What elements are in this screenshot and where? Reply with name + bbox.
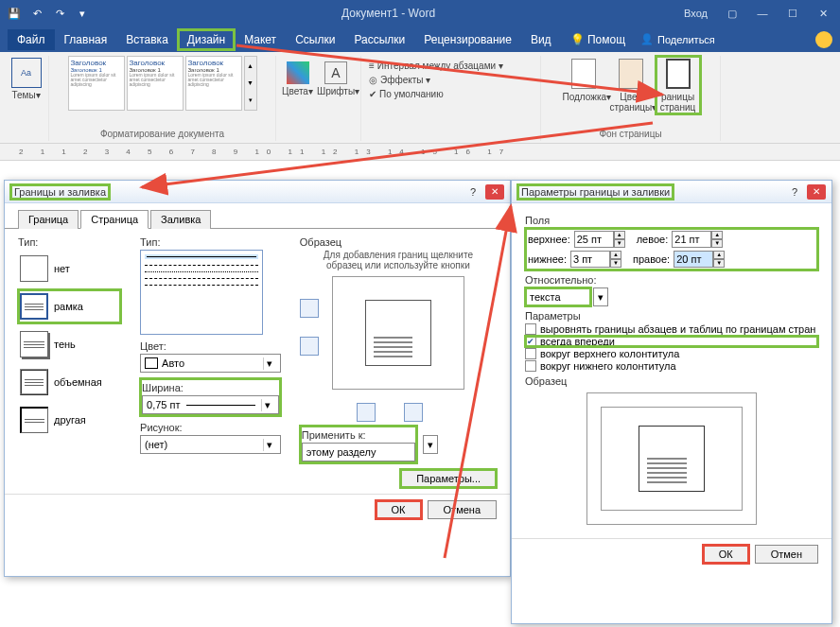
login-link[interactable]: Вход — [684, 8, 708, 19]
minimize-icon[interactable]: — — [749, 3, 776, 24]
preview-hint: Для добавления границ щелкните образец и… — [300, 250, 497, 270]
border-right-toggle[interactable] — [404, 403, 423, 422]
close-icon[interactable]: ✕ — [810, 3, 836, 24]
qat-customize-icon[interactable]: ▾ — [72, 3, 93, 24]
effects-button[interactable]: ◎ Эффекты▾ — [367, 74, 505, 86]
art-label: Рисунок: — [140, 422, 281, 433]
checkbox-always-front[interactable]: ✔всегда впереди — [525, 336, 818, 347]
checkbox-align-borders[interactable]: выровнять границы абзацев и таблиц по гр… — [525, 323, 818, 335]
spin-down-icon[interactable]: ▼ — [711, 239, 723, 248]
tab-design[interactable]: Дизайн — [178, 29, 235, 50]
dialog-help-icon[interactable]: ? — [786, 186, 803, 198]
feedback-icon[interactable] — [815, 31, 832, 48]
tab-review[interactable]: Рецензирование — [414, 29, 521, 50]
spin-up-icon[interactable]: ▲ — [713, 251, 725, 259]
dropdown-arrow-icon[interactable]: ▾ — [593, 287, 608, 306]
gallery-up-icon[interactable]: ▲ — [245, 62, 256, 69]
color-combo[interactable]: Авто▾ — [140, 354, 281, 373]
art-combo[interactable]: (нет)▾ — [140, 435, 281, 454]
dialog-close-icon[interactable]: ✕ — [807, 184, 826, 200]
tab-border[interactable]: Граница — [18, 210, 79, 229]
apply-to-label: Применить к: — [302, 429, 415, 441]
border-type-custom[interactable]: другая — [18, 403, 121, 437]
dropdown-arrow-icon: ▾ — [261, 399, 274, 411]
margin-top-input[interactable] — [574, 231, 614, 248]
checkbox-around-footer[interactable]: вокруг нижнего колонтитула — [525, 360, 818, 372]
fonts-button[interactable]: AШрифты▾ — [317, 60, 355, 96]
ribbon-options-icon[interactable]: ▢ — [719, 3, 745, 24]
margin-right-label: правое: — [633, 253, 670, 265]
ruler: 2 1 1 2 3 4 5 6 7 8 9 10 11 12 13 14 15 … — [0, 144, 840, 161]
tab-file[interactable]: Файл — [8, 29, 55, 50]
border-type-none[interactable]: нет — [18, 252, 121, 286]
page-borders-icon — [666, 59, 691, 89]
ok-button[interactable]: ОК — [376, 500, 422, 519]
box-icon — [20, 293, 48, 320]
margin-right-input[interactable] — [674, 251, 713, 268]
theme-thumb[interactable]: ЗаголовокЗаголовок 1Lorem ipsum dolor si… — [127, 56, 184, 111]
checkbox-around-header[interactable]: вокруг верхнего колонтитула — [525, 348, 818, 359]
save-icon[interactable]: 💾 — [4, 3, 25, 24]
spin-up-icon[interactable]: ▲ — [711, 231, 723, 239]
spin-up-icon[interactable]: ▲ — [610, 251, 621, 259]
custom-icon — [20, 407, 48, 433]
set-default-button[interactable]: ✔ По умолчанию — [367, 88, 505, 100]
tab-shading[interactable]: Заливка — [150, 210, 211, 229]
line-style-list[interactable] — [140, 250, 263, 335]
paragraph-spacing-button[interactable]: ≡ Интервал между абзацами▾ — [367, 60, 505, 72]
themes-button[interactable]: Aa Темы▾ — [8, 56, 45, 100]
dialog-border-options: Параметры границы и заливки ? ✕ Поля вер… — [511, 180, 832, 624]
spin-down-icon[interactable]: ▼ — [610, 259, 621, 268]
watermark-button[interactable]: Подложка▾ — [561, 56, 606, 114]
relative-to-label: Относительно: — [525, 274, 818, 286]
colors-button[interactable]: Цвета▾ — [282, 60, 313, 96]
gallery-down-icon[interactable]: ▼ — [245, 79, 256, 86]
border-type-shadow[interactable]: тень — [18, 327, 121, 361]
dialog-help-icon[interactable]: ? — [464, 186, 481, 198]
preview-box — [586, 392, 757, 525]
theme-thumb[interactable]: ЗаголовокЗаголовок 1Lorem ipsum dolor si… — [68, 56, 125, 111]
tab-layout[interactable]: Макет — [235, 29, 286, 50]
redo-icon[interactable]: ↷ — [49, 3, 70, 24]
theme-thumb[interactable]: ЗаголовокЗаголовок 1Lorem ipsum dolor si… — [185, 56, 242, 111]
fonts-icon: A — [324, 61, 347, 84]
spin-down-icon[interactable]: ▼ — [614, 239, 625, 248]
gallery-more-icon[interactable]: ▾ — [245, 96, 256, 104]
options-button[interactable]: Параметры... — [400, 469, 497, 488]
threed-icon — [20, 369, 48, 395]
border-left-toggle[interactable] — [357, 403, 376, 422]
document-formatting-gallery[interactable]: ЗаголовокЗаголовок 1Lorem ipsum dolor si… — [68, 56, 257, 111]
tab-insert[interactable]: Вставка — [116, 29, 178, 50]
apply-to-combo[interactable]: этому разделу — [302, 443, 415, 462]
spin-down-icon[interactable]: ▼ — [713, 259, 725, 268]
border-type-box[interactable]: рамка — [18, 289, 121, 323]
page-color-button[interactable]: Цвет страницы▾ — [608, 56, 654, 114]
page-borders-button[interactable]: раницы страниц — [656, 56, 701, 114]
border-type-3d[interactable]: объемная — [18, 365, 121, 399]
preview-label: Образец — [525, 375, 818, 387]
border-top-toggle[interactable] — [300, 299, 319, 318]
tab-view[interactable]: Вид — [521, 29, 561, 50]
spin-up-icon[interactable]: ▲ — [614, 231, 625, 239]
tab-home[interactable]: Главная — [55, 29, 117, 50]
margin-left-input[interactable] — [672, 231, 711, 248]
dialog-close-icon[interactable]: ✕ — [485, 184, 504, 200]
tab-tell-me[interactable]: 💡 Помощ — [561, 29, 635, 50]
cancel-button[interactable]: Отмен — [755, 545, 818, 564]
maximize-icon[interactable]: ☐ — [779, 3, 806, 24]
params-label: Параметры — [525, 310, 818, 322]
tab-page-border[interactable]: Страница — [80, 210, 149, 229]
preview-box[interactable] — [332, 276, 464, 390]
margins-label: Поля — [525, 215, 818, 226]
ok-button[interactable]: ОК — [703, 545, 749, 564]
share-button[interactable]: 👤 Поделиться — [635, 31, 721, 47]
margin-bottom-input[interactable] — [570, 251, 610, 268]
relative-to-combo[interactable]: текста — [525, 287, 591, 306]
width-combo[interactable]: 0,75 пт▾ — [142, 395, 279, 414]
undo-icon[interactable]: ↶ — [26, 3, 47, 24]
tab-references[interactable]: Ссылки — [286, 29, 344, 50]
tab-mailings[interactable]: Рассылки — [344, 29, 414, 50]
apply-to-arrow[interactable]: ▾ — [423, 435, 438, 454]
cancel-button[interactable]: Отмена — [428, 500, 497, 519]
border-bottom-toggle[interactable] — [300, 337, 319, 356]
